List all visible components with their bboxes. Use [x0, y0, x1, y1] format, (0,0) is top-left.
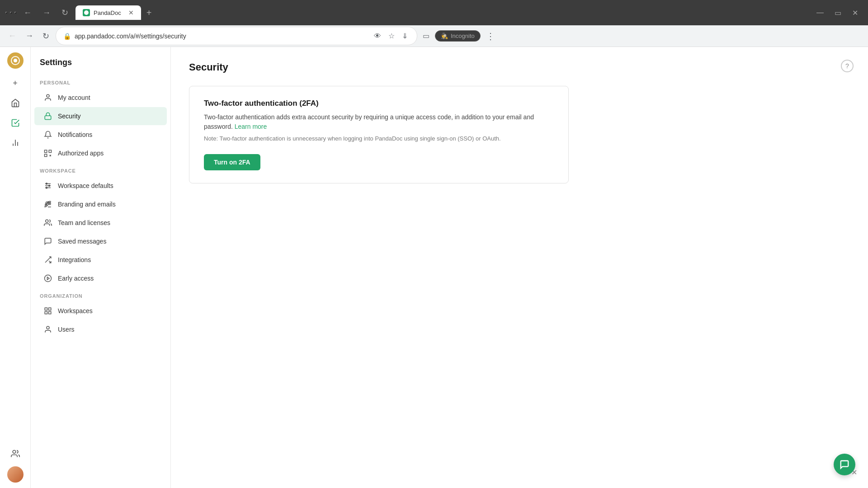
main-content: ? Security Two-factor authentication (2F…	[171, 47, 868, 488]
addr-action-icons: 👁 ☆ ⇓	[372, 30, 410, 42]
browser-reload-btn[interactable]: ↻	[58, 6, 72, 19]
svg-point-16	[49, 185, 50, 187]
url-text: app.pandadoc.com/a/#/settings/security	[75, 33, 368, 40]
app-container: + Settings PERSONAL My account	[0, 47, 868, 488]
saved-messages-label: Saved messages	[58, 238, 106, 245]
browser-chrome: ← → ↻ PandaDoc ✕ + — ▭ ✕	[0, 0, 868, 25]
workspaces-label: Workspaces	[58, 307, 93, 314]
user-avatar[interactable]	[7, 466, 24, 483]
bookmark-icon[interactable]: ☆	[387, 30, 396, 42]
svg-point-25	[45, 275, 52, 282]
users-label: Users	[58, 326, 75, 333]
sidebar-add-btn[interactable]: +	[6, 74, 24, 92]
personal-section-label: PERSONAL	[31, 75, 170, 88]
page-title: Security	[189, 61, 850, 73]
sidebar-item-workspaces[interactable]: Workspaces	[34, 302, 167, 320]
nav-back-btn[interactable]: ←	[5, 29, 19, 42]
sidebar-item-integrations[interactable]: Integrations	[34, 251, 167, 269]
sidebar-item-users[interactable]: Users	[34, 320, 167, 338]
tab-close-btn[interactable]: ✕	[128, 9, 134, 16]
new-tab-btn[interactable]: +	[143, 6, 156, 20]
workspaces-icon	[43, 306, 52, 315]
sidebar-item-saved-messages[interactable]: Saved messages	[34, 232, 167, 250]
win-close-btn[interactable]: ✕	[848, 7, 863, 19]
sidebar-item-branding-emails[interactable]: Branding and emails	[34, 195, 167, 213]
learn-more-link[interactable]: Learn more	[235, 123, 267, 130]
two-fa-note: Note: Two-factor authentication is unnec…	[204, 134, 554, 143]
pandadoc-favicon	[83, 9, 90, 16]
browser-tab-active[interactable]: PandaDoc ✕	[75, 5, 141, 20]
integrations-label: Integrations	[58, 256, 91, 263]
nav-reload-btn[interactable]: ↻	[40, 29, 52, 43]
app-logo[interactable]	[7, 52, 24, 69]
users-icon	[43, 325, 52, 334]
sidebar-item-team-licenses[interactable]: Team and licenses	[34, 214, 167, 232]
sidebar-item-security[interactable]: Security	[34, 107, 167, 125]
svg-rect-10	[49, 150, 51, 152]
svg-point-22	[46, 220, 48, 222]
svg-marker-26	[47, 277, 50, 280]
authorized-apps-label: Authorized apps	[58, 150, 104, 157]
address-bar[interactable]: 🔒 app.pandadoc.com/a/#/settings/security…	[56, 27, 417, 45]
browser-back-btn[interactable]: ←	[20, 6, 35, 19]
branding-emails-icon	[43, 200, 52, 209]
win-minimize-btn[interactable]: —	[812, 7, 828, 19]
svg-rect-27	[45, 308, 47, 310]
incognito-label: Incognito	[451, 33, 475, 39]
authorized-apps-icon	[43, 149, 52, 158]
workspace-defaults-icon	[43, 181, 52, 190]
svg-rect-29	[45, 312, 47, 314]
nav-forward-btn[interactable]: →	[23, 29, 36, 42]
team-licenses-label: Team and licenses	[58, 219, 110, 226]
svg-rect-28	[49, 308, 51, 310]
sidebar-item-early-access[interactable]: Early access	[34, 269, 167, 287]
security-label: Security	[58, 113, 81, 120]
sidebar-item-authorized-apps[interactable]: Authorized apps	[34, 144, 167, 162]
reader-mode-icon[interactable]: 👁	[372, 30, 383, 42]
help-icon-btn[interactable]: ?	[841, 60, 854, 72]
sidebar-team-btn[interactable]	[6, 445, 24, 463]
svg-rect-9	[45, 150, 47, 152]
icon-sidebar: +	[0, 47, 31, 488]
address-bar-row: ← → ↻ 🔒 app.pandadoc.com/a/#/settings/se…	[0, 25, 868, 47]
my-account-icon	[43, 93, 52, 102]
window-close-btn[interactable]	[5, 12, 7, 14]
browser-forward-btn[interactable]: →	[39, 6, 54, 19]
split-view-icon[interactable]: ▭	[421, 30, 431, 42]
svg-rect-8	[45, 116, 51, 119]
svg-rect-30	[49, 312, 51, 314]
incognito-icon: 🕵	[441, 33, 448, 39]
security-icon	[43, 112, 52, 121]
integrations-icon	[43, 255, 52, 264]
svg-rect-11	[45, 154, 47, 156]
tab-bar: PandaDoc ✕ +	[75, 5, 155, 20]
turn-on-2fa-btn[interactable]: Turn on 2FA	[204, 154, 260, 170]
sidebar-item-workspace-defaults[interactable]: Workspace defaults	[34, 177, 167, 195]
early-access-icon	[43, 274, 52, 283]
chat-bubble-btn[interactable]	[834, 454, 855, 475]
my-account-label: My account	[58, 94, 90, 101]
workspace-defaults-label: Workspace defaults	[58, 182, 113, 189]
incognito-badge: 🕵 Incognito	[435, 30, 481, 42]
browser-menu-btn[interactable]: ⋮	[484, 29, 497, 43]
lock-icon: 🔒	[63, 33, 71, 40]
two-fa-description: Two-factor authentication adds extra acc…	[204, 113, 554, 131]
svg-point-2	[14, 59, 17, 62]
sidebar-item-notifications[interactable]: Notifications	[34, 126, 167, 144]
sidebar-chart-btn[interactable]	[6, 134, 24, 152]
saved-messages-icon	[43, 237, 52, 246]
organization-section-label: ORGANIZATION	[31, 288, 170, 301]
svg-point-17	[46, 187, 47, 188]
branding-emails-label: Branding and emails	[58, 201, 116, 208]
window-maximize-btn[interactable]	[14, 12, 16, 14]
workspace-section-label: WORKSPACE	[31, 163, 170, 176]
svg-point-6	[13, 450, 16, 454]
sidebar-settings-btn[interactable]	[6, 114, 24, 132]
sidebar-item-my-account[interactable]: My account	[34, 89, 167, 107]
window-minimize-btn[interactable]	[10, 12, 12, 14]
win-restore-btn[interactable]: ▭	[830, 7, 846, 19]
os-window-controls: — ▭ ✕	[812, 7, 863, 19]
sidebar-home-btn[interactable]	[6, 94, 24, 112]
download-icon[interactable]: ⇓	[400, 30, 410, 42]
early-access-label: Early access	[58, 275, 94, 282]
